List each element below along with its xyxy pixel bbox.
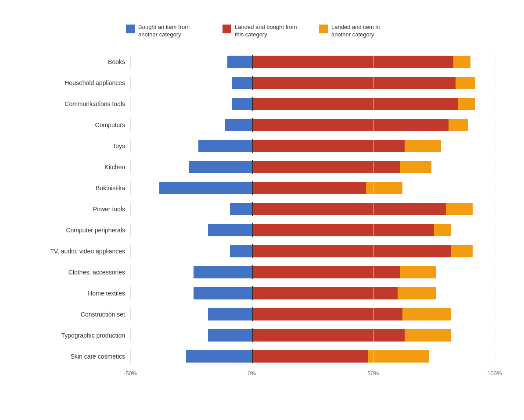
bar-red (252, 203, 446, 215)
chart-row: Household appliances (29, 73, 495, 93)
bar-area (130, 244, 495, 258)
chart-row: Power tools (29, 199, 495, 219)
bar-red (252, 329, 405, 342)
bar-area (130, 139, 495, 153)
bar-negative (208, 224, 252, 236)
bar-red (252, 161, 400, 173)
bar-area (130, 202, 495, 216)
bar-orange (449, 119, 468, 131)
bar-orange (400, 266, 436, 278)
bar-area (130, 55, 495, 69)
chart-row: Kitchen (29, 157, 495, 177)
category-label: Communications tools (29, 100, 130, 107)
bar-negative (232, 98, 251, 110)
bar-orange (405, 140, 441, 152)
bar-area (130, 76, 495, 90)
bar-area (130, 307, 495, 321)
bar-area (130, 181, 495, 195)
legend-item-landed-bought: Landed and bought from this category (223, 24, 301, 39)
legend-label-landed-another: Landed and item in another category (331, 24, 398, 39)
category-label: Computer peripherals (29, 227, 130, 234)
category-label: Toys (29, 142, 130, 149)
bar-orange (456, 77, 475, 89)
bar-orange (398, 287, 437, 299)
legend-color-landed-bought (223, 25, 231, 33)
legend-item-bought-another: Bought an item from another category (126, 24, 205, 39)
chart-row: Bukinistika (29, 178, 495, 198)
bar-area (130, 160, 495, 174)
chart-container: Bought an item from another category Lan… (21, 11, 503, 409)
bar-red (252, 350, 369, 363)
bar-orange (434, 224, 451, 236)
bar-area (130, 265, 495, 279)
bar-orange (402, 308, 451, 320)
bar-area (130, 328, 495, 342)
bar-negative (194, 287, 252, 299)
bar-orange (366, 182, 402, 194)
chart-row: Skin care cosmetics (29, 346, 495, 367)
bar-area (130, 286, 495, 300)
category-label: Skin care cosmetics (29, 353, 130, 360)
legend-label-landed-bought: Landed and bought from this category (235, 24, 301, 39)
chart-row: Communications tools (29, 94, 495, 114)
bar-area (130, 118, 495, 132)
bar-negative (225, 119, 252, 131)
bar-negative (194, 266, 252, 278)
bar-red (252, 56, 453, 68)
bar-negative (230, 245, 252, 257)
chart-row: Clothes, accessories (29, 262, 495, 282)
x-axis-label: -50% (124, 370, 137, 377)
x-axis-label: 0% (248, 370, 256, 377)
bar-red (252, 98, 458, 110)
legend: Bought an item from another category Lan… (29, 24, 495, 39)
chart-row: Computers (29, 115, 495, 135)
category-label: Power tools (29, 206, 130, 213)
bar-negative (232, 77, 251, 89)
bar-orange (446, 203, 473, 215)
chart-row: Computer peripherals (29, 220, 495, 240)
category-label: Household appliances (29, 79, 130, 86)
chart-row: Construction set (29, 304, 495, 324)
bar-red (252, 182, 366, 194)
bar-red (252, 77, 456, 89)
chart-area: BooksHousehold appliancesCommunications … (29, 52, 495, 367)
bar-orange (453, 56, 470, 68)
bar-area (130, 349, 495, 363)
bar-negative (230, 203, 252, 215)
legend-item-landed-another: Landed and item in another category (319, 24, 398, 39)
bar-orange (405, 329, 451, 342)
legend-color-bought-another (126, 25, 135, 33)
bar-red (252, 287, 398, 299)
bar-red (252, 245, 451, 257)
bar-negative (208, 308, 252, 320)
category-label: Computers (29, 121, 130, 128)
bar-negative (227, 56, 251, 68)
bar-red (252, 140, 405, 152)
bar-negative (189, 161, 252, 173)
category-label: Clothes, accessories (29, 269, 130, 276)
chart-row: Typographic production (29, 325, 495, 345)
bar-red (252, 224, 434, 236)
x-axis-label: 50% (367, 370, 379, 377)
bar-negative (159, 182, 251, 194)
bar-orange (458, 98, 475, 110)
bar-red (252, 308, 402, 320)
legend-label-bought-another: Bought an item from another category (138, 24, 205, 39)
chart-row: Toys (29, 136, 495, 156)
x-axis-label: 100% (487, 370, 502, 377)
category-label: Construction set (29, 311, 130, 318)
bar-area (130, 223, 495, 237)
bar-negative (198, 140, 252, 152)
category-label: Bukinistika (29, 185, 130, 192)
legend-color-landed-another (319, 25, 328, 33)
category-label: Books (29, 58, 130, 65)
bar-negative (186, 350, 251, 363)
bar-red (252, 119, 449, 131)
bar-orange (451, 245, 473, 257)
category-label: TV, audio, video appliances (29, 248, 130, 255)
chart-row: Books (29, 52, 495, 72)
bar-orange (400, 161, 431, 173)
category-label: Home textiles (29, 290, 130, 297)
category-label: Kitchen (29, 164, 130, 171)
chart-row: Home textiles (29, 283, 495, 303)
